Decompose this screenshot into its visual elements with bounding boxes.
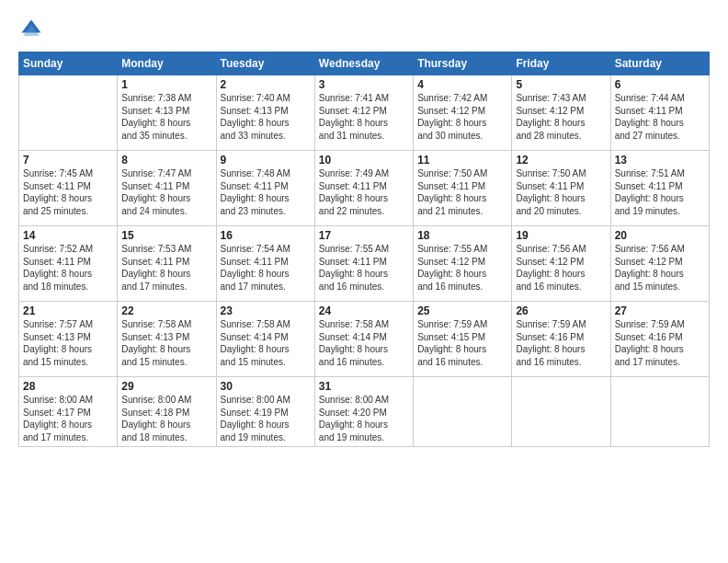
day-cell: 22Sunrise: 7:58 AMSunset: 4:13 PMDayligh… [118, 302, 216, 377]
daylight-text-2: and 15 minutes. [23, 356, 113, 369]
daylight-text-2: and 16 minutes. [516, 281, 606, 293]
day-number: 28 [23, 380, 113, 393]
day-number: 11 [417, 154, 507, 167]
sunset-text: Sunset: 4:12 PM [516, 105, 606, 118]
day-number: 29 [121, 380, 211, 393]
sunset-text: Sunset: 4:13 PM [121, 105, 211, 118]
day-info: Sunrise: 7:40 AMSunset: 4:13 PMDaylight:… [221, 92, 311, 142]
daylight-text: Daylight: 8 hours [516, 268, 606, 281]
daylight-text: Daylight: 8 hours [121, 117, 211, 130]
day-info: Sunrise: 8:00 AMSunset: 4:17 PMDaylight:… [23, 394, 113, 443]
day-cell: 30Sunrise: 8:00 AMSunset: 4:19 PMDayligh… [216, 377, 314, 447]
daylight-text: Daylight: 8 hours [516, 192, 606, 205]
sunrise-text: Sunrise: 7:42 AM [417, 92, 507, 105]
sunset-text: Sunset: 4:15 PM [417, 331, 507, 344]
day-info: Sunrise: 7:59 AMSunset: 4:15 PMDaylight:… [417, 318, 507, 368]
day-info: Sunrise: 7:52 AMSunset: 4:11 PMDaylight:… [23, 243, 113, 293]
daylight-text-2: and 21 minutes. [417, 205, 507, 218]
sunset-text: Sunset: 4:13 PM [23, 331, 113, 344]
daylight-text-2: and 15 minutes. [615, 281, 705, 293]
daylight-text-2: and 16 minutes. [516, 356, 606, 369]
day-cell: 3Sunrise: 7:41 AMSunset: 4:12 PMDaylight… [314, 75, 413, 151]
day-number: 9 [221, 154, 311, 167]
daylight-text: Daylight: 8 hours [319, 192, 409, 205]
day-cell: 29Sunrise: 8:00 AMSunset: 4:18 PMDayligh… [118, 377, 216, 447]
sunrise-text: Sunrise: 8:00 AM [221, 394, 311, 407]
day-cell: 20Sunrise: 7:56 AMSunset: 4:12 PMDayligh… [610, 226, 709, 302]
day-cell: 24Sunrise: 7:58 AMSunset: 4:14 PMDayligh… [314, 302, 413, 377]
day-cell: 1Sunrise: 7:38 AMSunset: 4:13 PMDaylight… [118, 75, 216, 151]
sunset-text: Sunset: 4:12 PM [516, 256, 606, 269]
day-number: 18 [417, 229, 507, 242]
daylight-text-2: and 25 minutes. [23, 205, 113, 218]
day-cell: 13Sunrise: 7:51 AMSunset: 4:11 PMDayligh… [610, 151, 709, 226]
sunrise-text: Sunrise: 7:58 AM [121, 318, 211, 331]
sunrise-text: Sunrise: 7:51 AM [615, 167, 705, 180]
sunset-text: Sunset: 4:11 PM [319, 256, 409, 269]
day-cell [19, 75, 118, 151]
day-info: Sunrise: 7:58 AMSunset: 4:14 PMDaylight:… [319, 318, 409, 368]
daylight-text: Daylight: 8 hours [221, 419, 311, 431]
day-info: Sunrise: 7:44 AMSunset: 4:11 PMDaylight:… [615, 92, 705, 142]
daylight-text-2: and 18 minutes. [121, 431, 211, 444]
day-info: Sunrise: 7:49 AMSunset: 4:11 PMDaylight:… [319, 167, 409, 217]
daylight-text-2: and 15 minutes. [121, 356, 211, 369]
daylight-text: Daylight: 8 hours [319, 268, 409, 281]
day-cell: 28Sunrise: 8:00 AMSunset: 4:17 PMDayligh… [19, 377, 118, 447]
header-row: SundayMondayTuesdayWednesdayThursdayFrid… [19, 52, 710, 75]
page: SundayMondayTuesdayWednesdayThursdayFrid… [0, 0, 728, 563]
calendar: SundayMondayTuesdayWednesdayThursdayFrid… [18, 52, 710, 447]
sunset-text: Sunset: 4:12 PM [417, 105, 507, 118]
sunset-text: Sunset: 4:12 PM [417, 256, 507, 269]
sunset-text: Sunset: 4:11 PM [23, 256, 113, 269]
daylight-text-2: and 33 minutes. [221, 130, 311, 143]
day-cell: 14Sunrise: 7:52 AMSunset: 4:11 PMDayligh… [19, 226, 118, 302]
day-number: 16 [221, 229, 311, 242]
day-cell: 18Sunrise: 7:55 AMSunset: 4:12 PMDayligh… [414, 226, 512, 302]
daylight-text: Daylight: 8 hours [121, 419, 211, 431]
daylight-text-2: and 24 minutes. [121, 205, 211, 218]
day-number: 30 [221, 380, 311, 393]
day-number: 20 [615, 229, 705, 242]
day-cell: 26Sunrise: 7:59 AMSunset: 4:16 PMDayligh… [512, 302, 610, 377]
day-cell [610, 377, 709, 447]
sunrise-text: Sunrise: 7:50 AM [417, 167, 507, 180]
sunset-text: Sunset: 4:16 PM [516, 331, 606, 344]
day-cell: 23Sunrise: 7:58 AMSunset: 4:14 PMDayligh… [216, 302, 314, 377]
header-day-sunday: Sunday [19, 52, 118, 75]
week-row-3: 14Sunrise: 7:52 AMSunset: 4:11 PMDayligh… [19, 226, 710, 302]
day-cell: 5Sunrise: 7:43 AMSunset: 4:12 PMDaylight… [512, 75, 610, 151]
sunrise-text: Sunrise: 7:59 AM [417, 318, 507, 331]
sunrise-text: Sunrise: 7:58 AM [319, 318, 409, 331]
header-day-monday: Monday [118, 52, 216, 75]
sunrise-text: Sunrise: 8:00 AM [121, 394, 211, 407]
sunset-text: Sunset: 4:12 PM [615, 256, 705, 269]
daylight-text-2: and 23 minutes. [221, 205, 311, 218]
daylight-text: Daylight: 8 hours [516, 343, 606, 356]
daylight-text-2: and 17 minutes. [221, 281, 311, 293]
daylight-text-2: and 19 minutes. [615, 205, 705, 218]
logo [18, 17, 48, 42]
day-info: Sunrise: 7:38 AMSunset: 4:13 PMDaylight:… [121, 92, 211, 142]
daylight-text: Daylight: 8 hours [121, 268, 211, 281]
sunrise-text: Sunrise: 8:00 AM [319, 394, 409, 407]
day-info: Sunrise: 7:48 AMSunset: 4:11 PMDaylight:… [221, 167, 311, 217]
sunrise-text: Sunrise: 7:47 AM [121, 167, 211, 180]
daylight-text: Daylight: 8 hours [23, 268, 113, 281]
sunset-text: Sunset: 4:13 PM [221, 105, 311, 118]
daylight-text-2: and 27 minutes. [615, 130, 705, 143]
daylight-text-2: and 15 minutes. [221, 356, 311, 369]
week-row-4: 21Sunrise: 7:57 AMSunset: 4:13 PMDayligh… [19, 302, 710, 377]
day-cell: 17Sunrise: 7:55 AMSunset: 4:11 PMDayligh… [314, 226, 413, 302]
day-number: 25 [417, 304, 507, 317]
sunset-text: Sunset: 4:11 PM [417, 180, 507, 193]
day-cell: 16Sunrise: 7:54 AMSunset: 4:11 PMDayligh… [216, 226, 314, 302]
day-info: Sunrise: 7:53 AMSunset: 4:11 PMDaylight:… [121, 243, 211, 293]
day-cell: 27Sunrise: 7:59 AMSunset: 4:16 PMDayligh… [610, 302, 709, 377]
sunrise-text: Sunrise: 7:53 AM [121, 243, 211, 256]
sunset-text: Sunset: 4:11 PM [615, 180, 705, 193]
sunrise-text: Sunrise: 7:41 AM [319, 92, 409, 105]
day-info: Sunrise: 7:59 AMSunset: 4:16 PMDaylight:… [516, 318, 606, 368]
day-number: 5 [516, 78, 606, 91]
logo-icon [18, 17, 44, 42]
